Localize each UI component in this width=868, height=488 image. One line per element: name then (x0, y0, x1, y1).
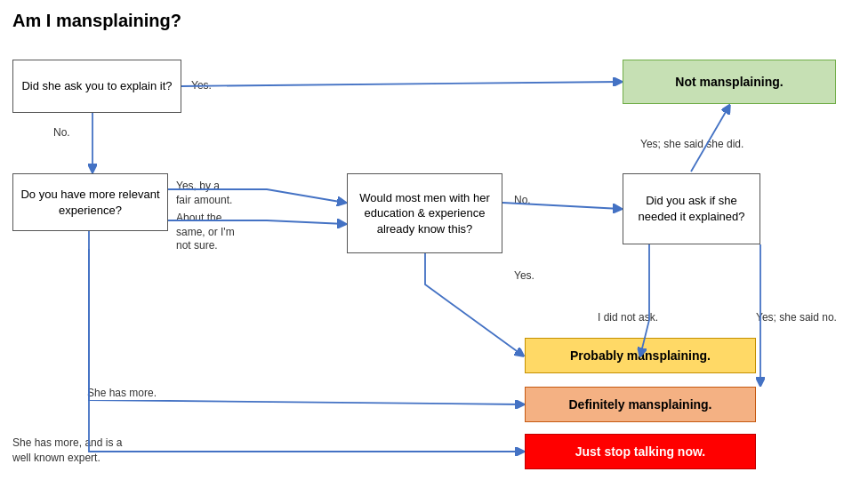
flowchart: Am I mansplaining? Did she ask you to ex… (0, 0, 868, 488)
question-2: Do you have more relevant experience? (12, 173, 168, 231)
label-yes-fair: Yes, by a fair amount. (176, 180, 232, 207)
result-not-mansplaining: Not mansplaining. (623, 60, 836, 104)
question-4: Did you ask if she needed it explained? (623, 173, 760, 244)
label-yes-she-said: Yes; she said she did. (640, 138, 743, 150)
label-yes-she-no: Yes; she said no. (756, 311, 837, 324)
question-3: Would most men with her education & expe… (347, 173, 502, 253)
result-definitely: Definitely mansplaining. (525, 387, 756, 422)
label-yes-2: Yes. (514, 269, 534, 282)
label-no-2: No. (514, 194, 531, 206)
label-about-same: About the same, or I'm not sure. (176, 212, 235, 253)
label-she-expert: She has more, and is a well known expert… (12, 436, 122, 466)
label-she-more: She has more. (87, 387, 157, 399)
label-did-not-ask: I did not ask. (598, 311, 658, 324)
page-title: Am I mansplaining? (12, 11, 181, 31)
question-1: Did she ask you to explain it? (12, 60, 181, 113)
label-no-1: No. (53, 126, 70, 139)
label-yes-1: Yes. (191, 79, 212, 92)
svg-line-1 (181, 82, 621, 86)
result-stop: Just stop talking now. (525, 434, 756, 469)
result-probably: Probably mansplaining. (525, 338, 756, 373)
